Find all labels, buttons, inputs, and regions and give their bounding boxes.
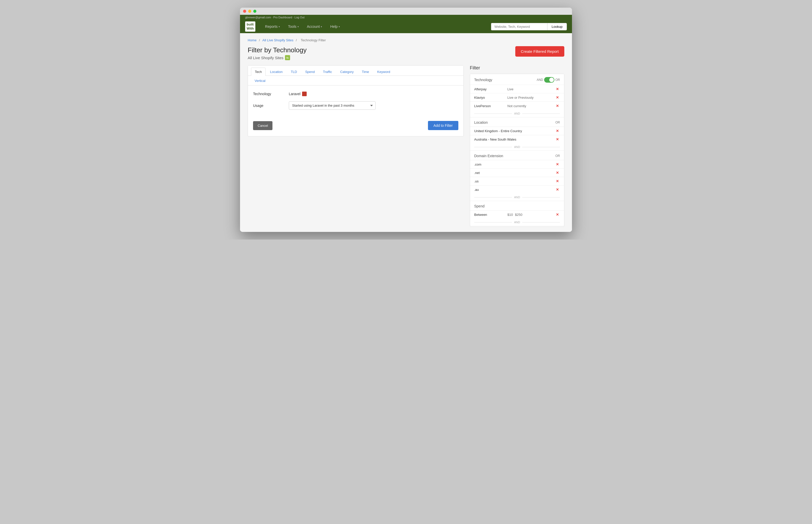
spend-max: $250 (515, 213, 522, 217)
filter-item-net-remove[interactable]: ✕ (555, 171, 560, 175)
add-filter-button[interactable]: Add to Filter (428, 121, 458, 130)
main-layout: Tech Location TLD Spend Traffic Category… (248, 65, 564, 227)
logo[interactable]: built With (245, 21, 255, 31)
page-header: Filter by Technology All Live Shopify Si… (248, 46, 564, 60)
technology-text: Laravel (289, 92, 301, 96)
nav-reports-chevron: ▾ (278, 25, 280, 28)
form-row-usage: Usage Started using Laravel in the past … (253, 101, 458, 110)
tabs-row1: Tech Location TLD Spend Traffic Category… (248, 66, 463, 76)
cancel-button[interactable]: Cancel (253, 121, 272, 130)
breadcrumb: Home / All Live Shopify Sites / Technolo… (248, 38, 564, 42)
tab-location[interactable]: Location (266, 68, 286, 76)
filter-item-spend: Between $10 $250 ✕ (470, 210, 564, 219)
tab-tld[interactable]: TLD (287, 68, 301, 76)
tab-vertical[interactable]: Vertical (251, 77, 269, 84)
location-divider: AND (470, 143, 564, 150)
breadcrumb-shopify[interactable]: All Live Shopify Sites (262, 38, 293, 42)
filter-item-au-remove[interactable]: ✕ (555, 137, 560, 141)
filter-item-afterpay: Afterpay Live ✕ (470, 85, 564, 93)
create-report-button[interactable]: Create Filtered Report (515, 46, 564, 56)
navbar: built With Reports ▾ Tools ▾ Account ▾ H… (240, 20, 572, 33)
filter-section-location-header: Location OR (470, 117, 564, 127)
tab-spend[interactable]: Spend (301, 68, 319, 76)
filter-item-uk-remove[interactable]: ✕ (555, 129, 560, 133)
filter-section-domain-header: Domain Extension OR (470, 151, 564, 160)
filter-form-panel: Tech Location TLD Spend Traffic Category… (248, 65, 464, 136)
toggle-or-label: OR (555, 78, 560, 82)
breadcrumb-sep2: / (296, 38, 298, 42)
nav-links: Reports ▾ Tools ▾ Account ▾ Help ▾ (261, 22, 491, 31)
spend-min: $10 (507, 213, 513, 217)
nav-reports-label: Reports (265, 24, 277, 29)
filter-item-afterpay-remove[interactable]: ✕ (555, 87, 560, 91)
user-topbar: gbrewer@gmail.com · Pro Dashboard · Log … (240, 15, 572, 20)
filter-item-au: Australia - New South Wales ✕ (470, 135, 564, 143)
nav-help-chevron: ▾ (338, 25, 340, 28)
filter-item-auext: .au ✕ (470, 185, 564, 194)
filter-item-net-name: .net (474, 171, 555, 175)
technology-value: Laravel (289, 92, 307, 96)
filter-item-us: .us ✕ (470, 177, 564, 185)
toggle-and-label: AND (537, 78, 543, 82)
technology-toggle[interactable] (544, 77, 554, 83)
filter-item-com: .com ✕ (470, 160, 564, 168)
search-input[interactable] (491, 23, 547, 30)
filter-panel-title: Filter (470, 65, 564, 71)
tab-time[interactable]: Time (358, 68, 373, 76)
filter-item-klaviyo-name: Klaviyo (474, 96, 507, 99)
filter-item-us-name: .us (474, 179, 555, 183)
breadcrumb-sep1: / (259, 38, 261, 42)
close-button[interactable] (243, 10, 246, 13)
subtitle-text: All Live Shopify Sites (248, 55, 283, 60)
spend-divider-line-right (522, 222, 560, 223)
nav-account[interactable]: Account ▾ (303, 22, 326, 31)
tab-tech[interactable]: Tech (251, 68, 266, 76)
form-row-technology: Technology Laravel (253, 92, 458, 96)
filter-panel: Filter Technology AND OR (470, 65, 564, 227)
filter-section-technology-header: Technology AND OR (470, 74, 564, 85)
filter-item-auext-remove[interactable]: ✕ (555, 187, 560, 192)
main-window: gbrewer@gmail.com · Pro Dashboard · Log … (240, 7, 572, 232)
search-area: Lookup (491, 23, 567, 30)
maximize-button[interactable] (253, 10, 256, 13)
filter-item-liveperson-remove[interactable]: ✕ (555, 104, 560, 108)
tabs-row2: Vertical (248, 76, 463, 85)
lookup-button[interactable]: Lookup (547, 23, 567, 30)
breadcrumb-home[interactable]: Home (248, 38, 257, 42)
filter-item-afterpay-name: Afterpay (474, 87, 507, 91)
page-subtitle: All Live Shopify Sites 🛍 (248, 55, 307, 60)
nav-tools-label: Tools (288, 24, 297, 29)
location-divider-text: AND (514, 145, 520, 148)
filter-section-technology-title: Technology (474, 78, 492, 82)
filter-section-location: Location OR United Kingdom - Entire Coun… (470, 117, 564, 151)
filter-item-klaviyo-remove[interactable]: ✕ (555, 95, 560, 99)
filter-section-location-badge: OR (555, 121, 560, 124)
spend-divider-line-left (474, 222, 512, 223)
minimize-button[interactable] (248, 10, 251, 13)
filter-item-net: .net ✕ (470, 168, 564, 177)
nav-tools[interactable]: Tools ▾ (285, 22, 302, 31)
logo-line2: With (246, 27, 254, 31)
tech-divider: AND (470, 110, 564, 117)
location-divider-line-right (522, 147, 560, 147)
filter-item-liveperson: LivePerson Not currently ✕ (470, 101, 564, 110)
filter-item-com-remove[interactable]: ✕ (555, 162, 560, 166)
tab-keyword[interactable]: Keyword (373, 68, 394, 76)
shopify-icon: 🛍 (285, 55, 290, 60)
tab-category[interactable]: Category (336, 68, 357, 76)
usage-select[interactable]: Started using Laravel in the past 3 mont… (289, 101, 376, 110)
tech-divider-text: AND (514, 112, 520, 115)
form-actions: Cancel Add to Filter (248, 121, 463, 136)
filter-section-spend-header: Spend (470, 201, 564, 210)
nav-reports[interactable]: Reports ▾ (261, 22, 283, 31)
filter-section-spend: Spend Between $10 $250 ✕ (470, 201, 564, 226)
filter-section-traffic-header: Traffic (470, 226, 564, 227)
technology-label: Technology (253, 92, 284, 96)
filter-item-us-remove[interactable]: ✕ (555, 179, 560, 183)
nav-account-chevron: ▾ (321, 25, 322, 28)
filter-item-spend-remove[interactable]: ✕ (555, 213, 560, 217)
filter-item-au-name: Australia - New South Wales (474, 137, 555, 141)
nav-help[interactable]: Help ▾ (327, 22, 344, 31)
tab-traffic[interactable]: Traffic (319, 68, 336, 76)
domain-divider: AND (470, 194, 564, 201)
